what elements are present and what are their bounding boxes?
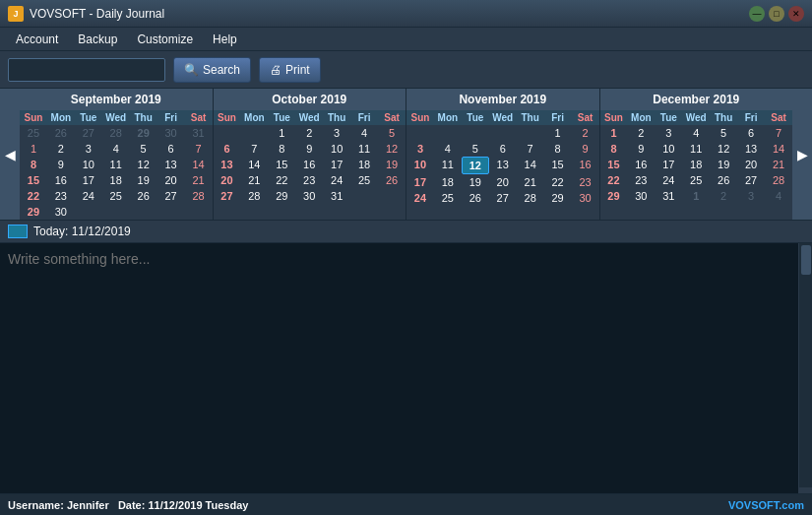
cal-cell[interactable]: 17 [323,157,350,172]
cal-cell[interactable]: 31 [185,125,213,141]
cal-cell[interactable]: 2 [572,125,599,141]
search-input[interactable] [8,58,165,82]
cal-cell[interactable]: 8 [600,141,628,157]
cal-cell[interactable]: 4 [682,125,710,141]
cal-cell[interactable]: 25 [350,172,378,188]
cal-cell[interactable]: 24 [655,172,682,188]
cal-cell[interactable]: 1 [682,188,710,204]
cal-cell[interactable]: 23 [572,174,599,190]
cal-cell[interactable]: 18 [434,174,462,190]
cal-cell[interactable]: 29 [600,188,628,204]
cal-cell[interactable]: 7 [765,125,792,141]
cal-cell[interactable]: 16 [627,157,655,172]
cal-cell[interactable]: 14 [765,141,792,157]
cal-cell[interactable]: 3 [323,125,350,141]
cal-cell[interactable]: 6 [737,125,765,141]
cal-cell[interactable]: 10 [323,141,350,157]
cal-cell[interactable]: 13 [214,157,241,172]
cal-cell[interactable]: 25 [434,190,462,206]
cal-cell[interactable]: 27 [737,172,765,188]
cal-cell[interactable]: 26 [462,190,489,206]
cal-cell[interactable]: 2 [47,141,75,157]
cal-cell[interactable]: 22 [600,172,628,188]
cal-cell[interactable]: 12 [710,141,737,157]
cal-cell[interactable]: 27 [157,188,185,204]
cal-cell[interactable]: 9 [627,141,655,157]
cal-cell[interactable]: 14 [240,157,268,172]
cal-cell[interactable]: 1 [544,125,572,141]
cal-cell[interactable]: 6 [489,141,517,157]
cal-cell[interactable]: 16 [572,157,599,174]
cal-cell[interactable]: 15 [544,157,572,174]
cal-cell[interactable]: 19 [462,174,489,190]
cal-cell[interactable]: 11 [102,157,130,172]
journal-textarea[interactable] [0,243,798,493]
close-button[interactable]: ✕ [788,6,804,22]
search-button[interactable]: 🔍 Search [173,57,251,83]
next-month-button[interactable]: ▶ [792,89,812,220]
cal-cell[interactable]: 28 [185,188,213,204]
cal-cell[interactable]: 4 [434,141,462,157]
cal-cell[interactable]: 13 [737,141,765,157]
cal-cell[interactable]: 2 [295,125,323,141]
cal-cell[interactable]: 2 [710,188,737,204]
cal-cell[interactable]: 11 [682,141,710,157]
cal-cell[interactable]: 27 [75,125,102,141]
cal-cell[interactable]: 29 [130,125,157,141]
cal-cell[interactable]: 3 [406,141,434,157]
cal-cell[interactable]: 5 [378,125,406,141]
journal-scrollbar[interactable] [798,243,812,487]
cal-cell[interactable]: 23 [47,188,75,204]
cal-cell[interactable]: 20 [214,172,241,188]
cal-cell[interactable]: 26 [378,172,406,188]
cal-cell[interactable]: 5 [130,141,157,157]
cal-cell[interactable]: 13 [489,157,517,174]
cal-cell[interactable]: 10 [406,157,434,174]
cal-cell[interactable]: 12 [378,141,406,157]
cal-cell[interactable]: 2 [627,125,655,141]
cal-cell[interactable]: 12 [462,157,489,174]
cal-cell[interactable]: 19 [710,157,737,172]
cal-cell[interactable]: 9 [295,141,323,157]
cal-cell[interactable]: 1 [600,125,628,141]
maximize-button[interactable]: □ [769,6,784,22]
prev-month-button[interactable]: ◀ [0,89,20,220]
cal-cell[interactable]: 3 [655,125,682,141]
cal-cell[interactable]: 10 [75,157,102,172]
cal-cell[interactable]: 19 [130,172,157,188]
cal-cell[interactable]: 4 [350,125,378,141]
cal-cell[interactable]: 21 [517,174,544,190]
cal-cell[interactable]: 26 [710,172,737,188]
cal-cell[interactable]: 28 [517,190,544,206]
cal-cell[interactable]: 7 [185,141,213,157]
cal-cell[interactable]: 30 [295,188,323,204]
cal-cell[interactable]: 8 [20,157,47,172]
cal-cell[interactable]: 16 [47,172,75,188]
cal-cell[interactable]: 14 [517,157,544,174]
cal-cell[interactable]: 15 [268,157,295,172]
cal-cell[interactable]: 24 [406,190,434,206]
minimize-button[interactable]: — [749,6,765,22]
menu-help[interactable]: Help [205,31,245,48]
cal-cell[interactable]: 20 [157,172,185,188]
cal-cell[interactable]: 20 [737,157,765,172]
cal-cell[interactable]: 30 [157,125,185,141]
cal-cell[interactable]: 25 [682,172,710,188]
cal-cell[interactable]: 9 [47,157,75,172]
cal-cell[interactable]: 19 [378,157,406,172]
cal-cell[interactable]: 4 [102,141,130,157]
cal-cell[interactable]: 12 [130,157,157,172]
cal-cell[interactable]: 1 [268,125,295,141]
cal-cell[interactable]: 6 [157,141,185,157]
cal-cell[interactable]: 15 [600,157,628,172]
cal-cell[interactable]: 22 [20,188,47,204]
cal-cell[interactable]: 24 [323,172,350,188]
cal-cell[interactable]: 11 [434,157,462,174]
cal-cell[interactable]: 16 [295,157,323,172]
cal-cell[interactable]: 8 [544,141,572,157]
cal-cell[interactable]: 23 [627,172,655,188]
cal-cell[interactable]: 30 [627,188,655,204]
cal-cell[interactable]: 18 [102,172,130,188]
cal-cell[interactable]: 23 [295,172,323,188]
cal-cell[interactable]: 26 [130,188,157,204]
